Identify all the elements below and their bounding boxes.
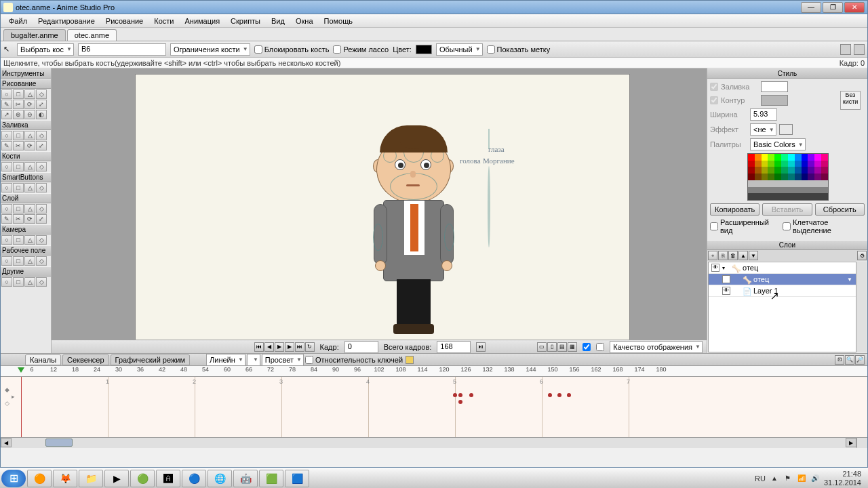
palette-color[interactable] (768, 174, 774, 180)
taskbar-app[interactable]: 🤖 (233, 470, 258, 487)
view-mode-1[interactable]: ▭ (537, 342, 547, 352)
canvas[interactable]: глаза голова Моргание (135, 74, 630, 348)
palette-color[interactable] (762, 167, 768, 174)
show-label-check[interactable]: Показать метку (487, 45, 551, 54)
tool-button[interactable]: △ (24, 162, 35, 171)
palette-color[interactable] (808, 193, 814, 200)
palette-color[interactable] (748, 193, 755, 200)
palette-color[interactable] (795, 180, 802, 187)
palette-color[interactable] (802, 187, 808, 194)
palette-color[interactable] (821, 180, 828, 187)
delete-layer-icon[interactable]: 🗑 (728, 251, 738, 260)
palette-color[interactable] (814, 154, 821, 161)
taskbar-app[interactable]: 🟠 (27, 470, 52, 487)
palette-color[interactable] (774, 167, 781, 174)
palette-color[interactable] (821, 161, 828, 167)
relative-keys-check[interactable]: Относительность ключей (305, 356, 403, 364)
frame-field[interactable]: 0 (344, 341, 378, 353)
palette-color[interactable] (774, 180, 781, 187)
timeline-ruler[interactable]: 6121824303642485460667278849096102108114… (1, 366, 867, 377)
bone-label-head[interactable]: голова (460, 157, 481, 165)
layer-row[interactable]: 👁▾🦴отец (709, 262, 866, 274)
tool-button[interactable]: △ (24, 204, 35, 214)
zoom-out-icon[interactable]: 🔎 (855, 355, 865, 365)
palette-color[interactable] (808, 187, 814, 194)
palette-color[interactable] (768, 180, 774, 187)
palette-color[interactable] (808, 154, 814, 161)
tool-button[interactable]: ◇ (36, 131, 47, 140)
tool-button[interactable]: ⟳ (24, 100, 35, 109)
clock[interactable]: 21:48 31.12.2014 (824, 470, 861, 486)
play-icon[interactable]: ▶ (275, 342, 284, 352)
scroll-thumb[interactable] (45, 439, 73, 447)
flag-icon[interactable]: ⚑ (783, 474, 793, 483)
scroll-left-icon[interactable]: ◀ (1, 438, 12, 447)
keyframe[interactable] (453, 393, 457, 397)
lang-indicator[interactable]: RU (755, 474, 766, 483)
advanced-view-check[interactable]: Расширенный вид (710, 218, 780, 235)
palette-color[interactable] (755, 161, 762, 167)
taskbar-app[interactable]: 🟩 (259, 470, 283, 487)
palette-color[interactable] (768, 154, 774, 161)
layer-options-icon[interactable]: ⚙ (857, 251, 867, 260)
tool-button[interactable]: ◇ (36, 277, 47, 287)
file-tab[interactable]: otec.anme (67, 29, 117, 41)
palette-color[interactable] (762, 161, 768, 167)
file-tab[interactable]: bugalter.anme (3, 29, 66, 41)
tool-button[interactable]: □ (13, 131, 24, 140)
view-check-2[interactable] (596, 343, 604, 351)
zoom-in-icon[interactable]: 🔍 (845, 355, 854, 365)
palette-color[interactable] (755, 180, 762, 187)
tool-button[interactable]: ⟳ (24, 141, 35, 150)
copy-button[interactable]: Копировать (710, 203, 760, 216)
palette-color[interactable] (802, 167, 808, 174)
bone-constraints-combo[interactable]: Ограничения кости (170, 43, 250, 56)
palette-color[interactable] (795, 167, 802, 174)
close-button[interactable]: ✕ (844, 2, 865, 13)
tool-button[interactable]: ⊕ (13, 110, 24, 119)
palette-color[interactable] (788, 174, 795, 180)
palette-color[interactable] (808, 180, 814, 187)
channel-icon[interactable]: ▸ (12, 393, 15, 400)
palette-color[interactable] (762, 193, 768, 200)
move-down-icon[interactable]: ▼ (749, 251, 758, 260)
display-quality-combo[interactable]: Качество отображения (610, 341, 703, 353)
palette-color[interactable] (781, 187, 788, 194)
palette-color[interactable] (788, 167, 795, 174)
tool-button[interactable]: ◇ (36, 89, 47, 99)
palette-color[interactable] (768, 193, 774, 200)
step-fwd-icon[interactable]: ▶ (285, 342, 294, 352)
tool-button[interactable]: □ (13, 162, 24, 171)
minimize-button[interactable]: — (801, 2, 821, 13)
palette-color[interactable] (762, 187, 768, 194)
tab-channels[interactable]: Каналы (25, 354, 61, 365)
menu-скрипты[interactable]: Скрипты (225, 16, 266, 26)
taskbar-app[interactable]: 🟦 (285, 470, 309, 487)
palette-color[interactable] (814, 187, 821, 194)
palette-color[interactable] (802, 161, 808, 167)
paste-button[interactable]: Вставить (762, 203, 812, 216)
menu-помощь[interactable]: Помощь (319, 16, 359, 26)
tool-button[interactable]: ✂ (13, 141, 24, 150)
tool-button[interactable]: △ (24, 89, 35, 99)
move-up-icon[interactable]: ▲ (738, 251, 748, 260)
palette-color[interactable] (768, 167, 774, 174)
tool-button[interactable]: □ (13, 235, 24, 245)
tool-button[interactable]: ◇ (36, 183, 47, 192)
fill-check[interactable] (710, 83, 718, 91)
menu-файл[interactable]: Файл (3, 16, 33, 26)
palette-combo[interactable]: Basic Colors (750, 138, 806, 150)
palette-color[interactable] (774, 193, 781, 200)
reset-button[interactable]: Сбросить (815, 203, 865, 216)
palette-color[interactable] (748, 187, 755, 194)
bone-label-blink[interactable]: Моргание (483, 157, 515, 165)
new-layer-icon[interactable]: + (708, 251, 717, 260)
palette-color[interactable] (814, 193, 821, 200)
palette-color[interactable] (821, 154, 828, 161)
palette-color[interactable] (808, 174, 814, 180)
palette-color[interactable] (781, 154, 788, 161)
playhead[interactable] (21, 377, 22, 437)
palette-color[interactable] (748, 180, 755, 187)
menu-анимация[interactable]: Анимация (179, 16, 225, 26)
palette-color[interactable] (748, 161, 755, 167)
